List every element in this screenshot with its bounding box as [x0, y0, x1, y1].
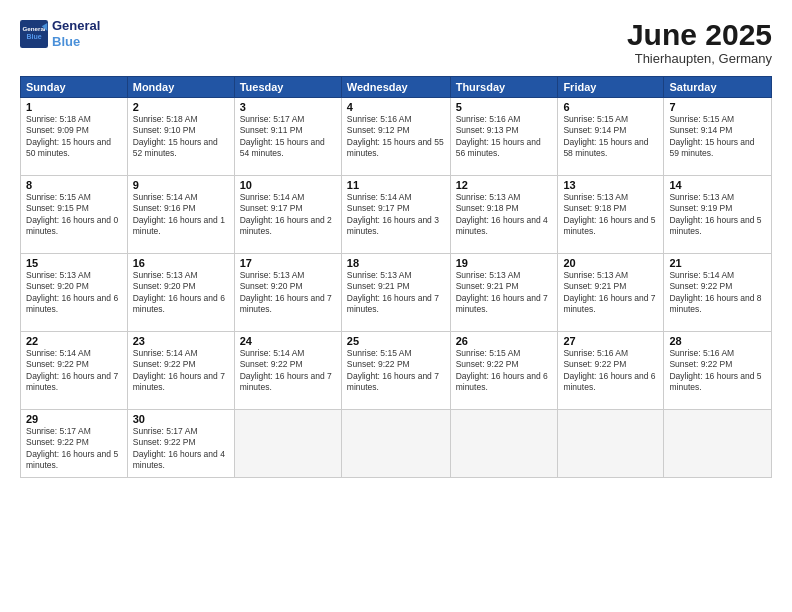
week-row-4: 22 Sunrise: 5:14 AMSunset: 9:22 PMDaylig…: [21, 332, 772, 410]
day-cell-22: 22 Sunrise: 5:14 AMSunset: 9:22 PMDaylig…: [21, 332, 128, 410]
empty-cell-3: [450, 410, 558, 478]
day-cell-20: 20 Sunrise: 5:13 AMSunset: 9:21 PMDaylig…: [558, 254, 664, 332]
empty-cell-4: [558, 410, 664, 478]
day-cell-16: 16 Sunrise: 5:13 AMSunset: 9:20 PMDaylig…: [127, 254, 234, 332]
logo-text: General Blue: [52, 18, 100, 49]
logo: General Blue General Blue: [20, 18, 100, 49]
day-cell-14: 14 Sunrise: 5:13 AMSunset: 9:19 PMDaylig…: [664, 176, 772, 254]
empty-cell-1: [234, 410, 341, 478]
empty-cell-5: [664, 410, 772, 478]
day-cell-12: 12 Sunrise: 5:13 AMSunset: 9:18 PMDaylig…: [450, 176, 558, 254]
day-cell-4: 4 Sunrise: 5:16 AMSunset: 9:12 PMDayligh…: [341, 98, 450, 176]
day-cell-19: 19 Sunrise: 5:13 AMSunset: 9:21 PMDaylig…: [450, 254, 558, 332]
empty-cell-2: [341, 410, 450, 478]
col-monday: Monday: [127, 77, 234, 98]
calendar-page: General Blue General Blue June 2025 Thie…: [0, 0, 792, 612]
col-saturday: Saturday: [664, 77, 772, 98]
day-cell-6: 6 Sunrise: 5:15 AMSunset: 9:14 PMDayligh…: [558, 98, 664, 176]
day-cell-29: 29 Sunrise: 5:17 AMSunset: 9:22 PMDaylig…: [21, 410, 128, 478]
month-title: June 2025: [627, 18, 772, 51]
day-cell-10: 10 Sunrise: 5:14 AMSunset: 9:17 PMDaylig…: [234, 176, 341, 254]
day-cell-24: 24 Sunrise: 5:14 AMSunset: 9:22 PMDaylig…: [234, 332, 341, 410]
day-cell-25: 25 Sunrise: 5:15 AMSunset: 9:22 PMDaylig…: [341, 332, 450, 410]
svg-text:Blue: Blue: [26, 32, 41, 39]
day-cell-21: 21 Sunrise: 5:14 AMSunset: 9:22 PMDaylig…: [664, 254, 772, 332]
day-cell-9: 9 Sunrise: 5:14 AMSunset: 9:16 PMDayligh…: [127, 176, 234, 254]
day-cell-15: 15 Sunrise: 5:13 AMSunset: 9:20 PMDaylig…: [21, 254, 128, 332]
day-cell-23: 23 Sunrise: 5:14 AMSunset: 9:22 PMDaylig…: [127, 332, 234, 410]
day-cell-3: 3 Sunrise: 5:17 AMSunset: 9:11 PMDayligh…: [234, 98, 341, 176]
day-cell-13: 13 Sunrise: 5:13 AMSunset: 9:18 PMDaylig…: [558, 176, 664, 254]
week-row-1: 1 Sunrise: 5:18 AMSunset: 9:09 PMDayligh…: [21, 98, 772, 176]
day-cell-28: 28 Sunrise: 5:16 AMSunset: 9:22 PMDaylig…: [664, 332, 772, 410]
location: Thierhaupten, Germany: [627, 51, 772, 66]
day-cell-7: 7 Sunrise: 5:15 AMSunset: 9:14 PMDayligh…: [664, 98, 772, 176]
day-cell-17: 17 Sunrise: 5:13 AMSunset: 9:20 PMDaylig…: [234, 254, 341, 332]
day-cell-2: 2 Sunrise: 5:18 AMSunset: 9:10 PMDayligh…: [127, 98, 234, 176]
week-row-3: 15 Sunrise: 5:13 AMSunset: 9:20 PMDaylig…: [21, 254, 772, 332]
logo-icon: General Blue: [20, 20, 48, 48]
day-cell-26: 26 Sunrise: 5:15 AMSunset: 9:22 PMDaylig…: [450, 332, 558, 410]
week-row-5: 29 Sunrise: 5:17 AMSunset: 9:22 PMDaylig…: [21, 410, 772, 478]
col-wednesday: Wednesday: [341, 77, 450, 98]
day-cell-30: 30 Sunrise: 5:17 AMSunset: 9:22 PMDaylig…: [127, 410, 234, 478]
col-sunday: Sunday: [21, 77, 128, 98]
day-cell-5: 5 Sunrise: 5:16 AMSunset: 9:13 PMDayligh…: [450, 98, 558, 176]
weekday-header-row: Sunday Monday Tuesday Wednesday Thursday…: [21, 77, 772, 98]
calendar-table: Sunday Monday Tuesday Wednesday Thursday…: [20, 76, 772, 478]
col-tuesday: Tuesday: [234, 77, 341, 98]
day-cell-18: 18 Sunrise: 5:13 AMSunset: 9:21 PMDaylig…: [341, 254, 450, 332]
day-cell-11: 11 Sunrise: 5:14 AMSunset: 9:17 PMDaylig…: [341, 176, 450, 254]
week-row-2: 8 Sunrise: 5:15 AMSunset: 9:15 PMDayligh…: [21, 176, 772, 254]
col-friday: Friday: [558, 77, 664, 98]
day-cell-1: 1 Sunrise: 5:18 AMSunset: 9:09 PMDayligh…: [21, 98, 128, 176]
title-block: June 2025 Thierhaupten, Germany: [627, 18, 772, 66]
day-cell-8: 8 Sunrise: 5:15 AMSunset: 9:15 PMDayligh…: [21, 176, 128, 254]
header: General Blue General Blue June 2025 Thie…: [20, 18, 772, 66]
day-cell-27: 27 Sunrise: 5:16 AMSunset: 9:22 PMDaylig…: [558, 332, 664, 410]
col-thursday: Thursday: [450, 77, 558, 98]
